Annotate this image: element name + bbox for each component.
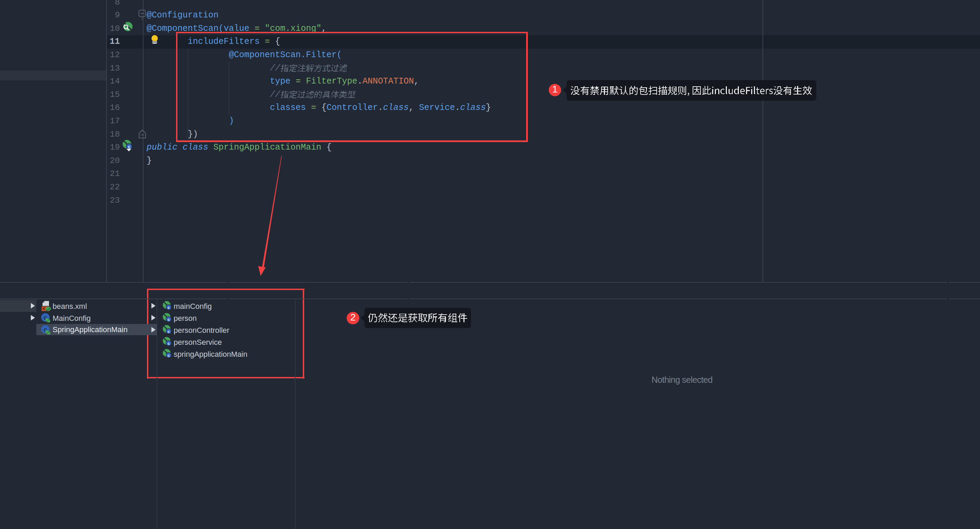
svg-text:c: c [167, 329, 170, 334]
svg-text:c: c [167, 342, 170, 345]
svg-text:c: c [167, 353, 170, 357]
svg-text:c: c [128, 145, 130, 149]
svg-text:c: c [167, 305, 170, 310]
svg-text:<: < [43, 306, 45, 311]
svg-text:c: c [167, 318, 170, 321]
